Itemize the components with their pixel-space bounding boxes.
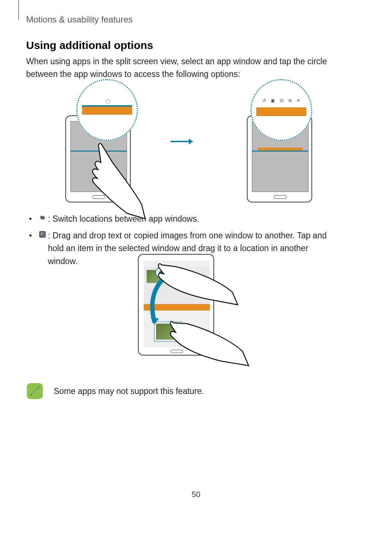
- zoom-orange-bar: [82, 105, 132, 115]
- hand-drag-upper-illustration: [154, 252, 241, 307]
- page-left-rule: [18, 0, 19, 20]
- options-bar-mini: [258, 148, 302, 151]
- switch-locations-icon: [38, 213, 46, 221]
- close-icon: ✕: [297, 98, 300, 103]
- zoom-lens-before: [76, 79, 138, 141]
- zoom-handle-dot: [106, 99, 110, 103]
- split-toolbar: ↺ ▣ ⊡ ⧉ ✕: [262, 98, 301, 103]
- drag-content-icon: ▣: [271, 98, 275, 103]
- bullet-marker: •: [29, 213, 37, 225]
- tablet-after: ↺ ▣ ⊡ ⧉ ✕: [247, 94, 319, 192]
- list-item: • : Switch locations between app windows…: [29, 213, 334, 226]
- note-text: Some apps may not support this feature.: [54, 386, 204, 396]
- figure-drag-drop: [138, 254, 247, 377]
- zoom-lens-after: ↺ ▣ ⊡ ⧉ ✕: [250, 79, 312, 141]
- maximize-icon: ⊡: [280, 98, 283, 103]
- switch-locations-icon: ↺: [262, 98, 266, 103]
- note-icon: [27, 383, 43, 399]
- hand-drop-lower-illustration: [167, 308, 250, 366]
- popup-icon: ⧉: [289, 98, 292, 103]
- section-title: Using additional options: [26, 39, 153, 52]
- hand-pointing-illustration: [87, 141, 152, 221]
- zoom-orange-bar: [256, 107, 306, 116]
- bullet-marker: •: [29, 229, 37, 242]
- note-callout: Some apps may not support this feature.: [27, 383, 204, 399]
- split-divider: [252, 151, 308, 152]
- intro-paragraph: When using apps in the split screen view…: [26, 55, 331, 80]
- figure-split-options: ↺ ▣ ⊡ ⧉ ✕: [65, 79, 319, 206]
- drag-content-icon: [38, 229, 46, 237]
- page-number: 50: [192, 490, 200, 499]
- breadcrumb: Motions & usability features: [26, 15, 132, 25]
- tablet-before: [65, 94, 138, 192]
- svg-rect-0: [40, 231, 46, 237]
- home-button-icon: [274, 195, 287, 199]
- arrow-right-icon: [171, 141, 192, 142]
